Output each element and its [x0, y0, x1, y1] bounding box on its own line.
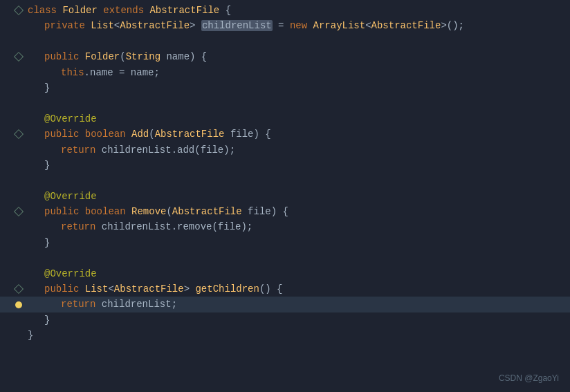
code-line: class Folder extends AbstractFile {	[0, 3, 570, 18]
token: file) {	[224, 129, 270, 140]
line-content: public boolean Remove(AbstractFile file)…	[28, 204, 562, 219]
token: return	[61, 299, 102, 310]
code-line: public List<AbstractFile> getChildren() …	[0, 281, 570, 297]
token: public	[44, 283, 85, 295]
token: getChildren	[195, 283, 259, 295]
line-content: return childrenList;	[28, 297, 562, 312]
line-content: }	[28, 158, 562, 173]
code-line: }	[0, 235, 570, 250]
bulb-icon	[15, 301, 22, 308]
token: AbstractFile	[149, 5, 219, 16]
code-line	[0, 95, 570, 111]
line-gutter	[0, 131, 28, 138]
token: Folder	[85, 51, 120, 62]
token: (	[149, 129, 154, 140]
line-content: @Override	[28, 111, 562, 127]
line-content: @Override	[28, 266, 562, 281]
line-content: }	[28, 235, 562, 250]
code-line: return childrenList.add(file);	[0, 142, 570, 158]
token: class	[28, 5, 62, 16]
code-line: return childrenList.remove(file);	[0, 219, 570, 234]
token: <	[108, 283, 113, 295]
token: <	[365, 20, 371, 31]
code-line: public Folder(String name) {	[0, 49, 570, 64]
token: boolean	[85, 129, 131, 140]
line-content: return childrenList.remove(file);	[28, 219, 562, 234]
token: ;	[172, 299, 177, 310]
line-content: public Folder(String name) {	[28, 49, 562, 64]
token: ArrayList	[313, 20, 366, 31]
token: List	[91, 20, 114, 31]
line-content	[28, 34, 562, 49]
token: public	[44, 51, 85, 62]
token: >	[184, 283, 196, 295]
token: }	[44, 315, 50, 326]
token: Remove	[131, 206, 166, 217]
code-line: @Override	[0, 111, 570, 127]
token: }	[44, 237, 50, 248]
token: AbstractFile	[172, 206, 242, 217]
diamond-icon	[14, 284, 24, 294]
token: =	[273, 20, 290, 31]
line-content: class Folder extends AbstractFile {	[28, 3, 562, 18]
diamond-icon	[14, 52, 24, 62]
line-content: }	[28, 80, 562, 95]
line-content: public boolean Add(AbstractFile file) {	[28, 127, 562, 142]
line-content	[28, 173, 562, 188]
token: @Override	[44, 191, 97, 202]
token: >();	[441, 20, 464, 31]
code-line	[0, 34, 570, 49]
token: extends	[103, 5, 149, 16]
token: () {	[259, 283, 283, 295]
line-content: return childrenList.add(file);	[28, 142, 562, 158]
code-line: private List<AbstractFile> childrenList …	[0, 18, 570, 33]
code-line	[0, 173, 570, 188]
token: boolean	[85, 206, 131, 217]
token: }	[44, 160, 50, 171]
token: {	[219, 5, 231, 16]
watermark: CSDN @ZgaoYi	[499, 372, 559, 385]
token: String	[126, 51, 160, 62]
line-content: this.name = name;	[28, 65, 562, 80]
token: }	[28, 330, 33, 341]
code-line: @Override	[0, 189, 570, 204]
token: childrenList	[201, 20, 273, 31]
line-content: private List<AbstractFile> childrenList …	[28, 18, 562, 33]
code-line: }	[0, 328, 570, 343]
code-line: }	[0, 80, 570, 95]
token: Folder	[62, 5, 103, 16]
token: name	[90, 67, 113, 78]
token: Add	[131, 129, 149, 140]
code-line: }	[0, 158, 570, 173]
token: private	[44, 20, 91, 31]
code-line: return childrenList;	[0, 297, 570, 312]
token: (	[120, 51, 125, 62]
token: this	[61, 67, 84, 78]
token: AbstractFile	[371, 20, 441, 31]
token: childrenList	[102, 144, 172, 156]
line-content	[28, 250, 562, 265]
line-content: }	[28, 328, 562, 343]
line-gutter	[0, 208, 28, 215]
token: file) {	[242, 206, 288, 217]
token: public	[44, 206, 85, 217]
token: .remove(file);	[172, 221, 253, 232]
diamond-icon	[14, 207, 24, 216]
code-editor: class Folder extends AbstractFile {priva…	[0, 0, 570, 392]
token: AbstractFile	[120, 20, 190, 31]
code-line: public boolean Remove(AbstractFile file)…	[0, 204, 570, 219]
line-gutter	[0, 301, 28, 308]
diamond-icon	[14, 129, 24, 139]
token: }	[44, 82, 50, 93]
token: >	[190, 20, 201, 31]
token: return	[61, 221, 102, 232]
line-gutter	[0, 7, 28, 14]
code-line: public boolean Add(AbstractFile file) {	[0, 127, 570, 142]
diamond-icon	[14, 6, 24, 15]
token: @Override	[44, 113, 97, 124]
token: childrenList	[102, 299, 172, 310]
line-content: public List<AbstractFile> getChildren() …	[28, 281, 562, 297]
code-line: }	[0, 312, 570, 328]
line-gutter	[0, 286, 28, 292]
token: name) {	[160, 51, 207, 62]
